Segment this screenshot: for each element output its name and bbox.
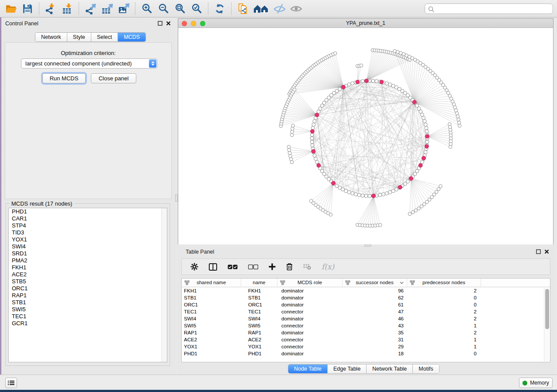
network-node[interactable] [310, 137, 314, 140]
add-column-icon[interactable] [269, 263, 276, 270]
network-node[interactable] [354, 193, 357, 196]
network-node[interactable] [365, 79, 369, 83]
minimize-window-icon[interactable] [191, 21, 196, 26]
network-node[interactable] [420, 113, 424, 117]
refresh-view-button[interactable] [211, 2, 228, 16]
network-node[interactable] [311, 149, 315, 153]
network-node[interactable] [422, 156, 426, 160]
close-panel-button[interactable]: Close panel [91, 73, 136, 83]
network-node[interactable] [423, 120, 426, 123]
export-network-button[interactable] [82, 2, 99, 16]
tab-motifs[interactable]: Motifs [413, 364, 439, 373]
network-node[interactable] [456, 115, 460, 118]
table-row[interactable]: SWI5SWI5connector431 [182, 322, 550, 329]
network-node[interactable] [289, 158, 293, 161]
network-node[interactable] [388, 83, 392, 86]
mcds-node-item[interactable]: GCR1 [9, 320, 167, 327]
maximize-window-icon[interactable] [200, 21, 205, 26]
vertical-splitter-handle[interactable] [175, 194, 178, 202]
column-header-shared-name[interactable]: shared name [182, 279, 241, 287]
network-node[interactable] [409, 176, 413, 180]
network-node[interactable] [398, 186, 402, 189]
zoom-fit-button[interactable] [172, 2, 188, 16]
task-history-button[interactable] [5, 378, 17, 388]
network-node[interactable] [425, 130, 429, 133]
mcds-node-item[interactable]: SRD1 [9, 250, 167, 257]
network-node[interactable] [385, 82, 388, 85]
deselect-all-icon[interactable] [248, 265, 258, 269]
table-row[interactable]: ORC1ORC1dominator610 [182, 301, 550, 308]
network-canvas[interactable] [178, 28, 553, 244]
network-node[interactable] [378, 193, 382, 197]
network-node[interactable] [388, 190, 392, 194]
network-node[interactable] [419, 164, 422, 168]
network-node[interactable] [317, 164, 321, 168]
table-scrollbar[interactable] [544, 288, 550, 361]
save-session-button[interactable] [19, 2, 36, 16]
table-row[interactable]: TEC1TEC1connector472 [182, 308, 550, 315]
network-node[interactable] [291, 130, 294, 134]
network-node[interactable] [457, 121, 461, 124]
mcds-list-scrollbar[interactable] [161, 208, 167, 362]
network-node[interactable] [414, 209, 418, 212]
network-node[interactable] [289, 155, 292, 158]
select-all-icon[interactable] [228, 265, 238, 269]
mcds-node-item[interactable]: CAR1 [9, 215, 167, 222]
table-row[interactable]: SWI4SWI4dominator462 [182, 315, 550, 322]
mcds-node-item[interactable]: SWI5 [9, 306, 167, 313]
network-node[interactable] [391, 189, 395, 193]
float-window-icon[interactable] [536, 249, 541, 254]
mcds-node-item[interactable]: YOX1 [9, 236, 167, 243]
table-row[interactable]: PHD1PHD1dominator180 [182, 350, 550, 357]
network-node[interactable] [360, 64, 363, 67]
import-network-button[interactable] [42, 2, 59, 16]
network-node[interactable] [291, 127, 294, 131]
network-node[interactable] [347, 190, 351, 194]
network-node[interactable] [334, 52, 337, 55]
table-row[interactable]: FKH1FKH1dominator962 [182, 287, 550, 294]
mcds-node-item[interactable]: TID3 [9, 229, 167, 236]
column-header-name[interactable]: name [241, 279, 277, 287]
mcds-node-item[interactable]: RAP1 [9, 292, 167, 299]
open-file-button[interactable] [3, 2, 19, 16]
close-panel-icon[interactable] [544, 249, 549, 254]
mcds-result-list[interactable]: PHD1CAR1STP4TID3YOX1SWI4SRD1PMA2FKH1ACE2… [8, 208, 167, 362]
network-node[interactable] [454, 109, 458, 112]
network-node[interactable] [368, 194, 371, 198]
network-node[interactable] [313, 120, 316, 123]
network-node[interactable] [412, 100, 416, 104]
network-node[interactable] [310, 199, 313, 203]
network-node[interactable] [408, 212, 412, 216]
network-node[interactable] [458, 124, 461, 127]
network-node[interactable] [449, 145, 452, 149]
network-node[interactable] [457, 118, 460, 121]
tab-network-table[interactable]: Network Table [367, 364, 413, 373]
network-node[interactable] [393, 49, 397, 53]
network-node[interactable] [417, 207, 421, 210]
network-node[interactable] [315, 113, 319, 117]
network-node[interactable] [424, 123, 427, 126]
network-node[interactable] [426, 134, 429, 138]
run-mcds-button[interactable]: Run MCDS [42, 73, 86, 83]
network-node[interactable] [380, 80, 384, 84]
network-node[interactable] [364, 194, 368, 198]
network-window-titlebar[interactable]: YPA_prune.txt_1 [178, 19, 553, 28]
network-node[interactable] [311, 144, 314, 147]
network-node[interactable] [425, 144, 429, 148]
column-header-predecessor-nodes[interactable]: predecessor nodes [407, 279, 481, 287]
mcds-node-item[interactable]: SWI4 [9, 243, 167, 250]
network-node[interactable] [351, 192, 354, 195]
network-node[interactable] [379, 224, 382, 227]
network-node[interactable] [439, 185, 443, 188]
network-node[interactable] [424, 151, 427, 154]
zoom-selected-button[interactable] [188, 2, 205, 16]
network-node[interactable] [310, 140, 314, 144]
network-node[interactable] [342, 85, 346, 89]
search-input[interactable] [436, 4, 550, 13]
tab-select[interactable]: Select [91, 33, 118, 41]
network-node[interactable] [351, 82, 354, 85]
zoom-out-button[interactable] [155, 2, 172, 16]
network-node[interactable] [357, 193, 361, 197]
clone-network-button[interactable] [235, 2, 251, 16]
mcds-node-item[interactable]: STB5 [9, 278, 167, 285]
